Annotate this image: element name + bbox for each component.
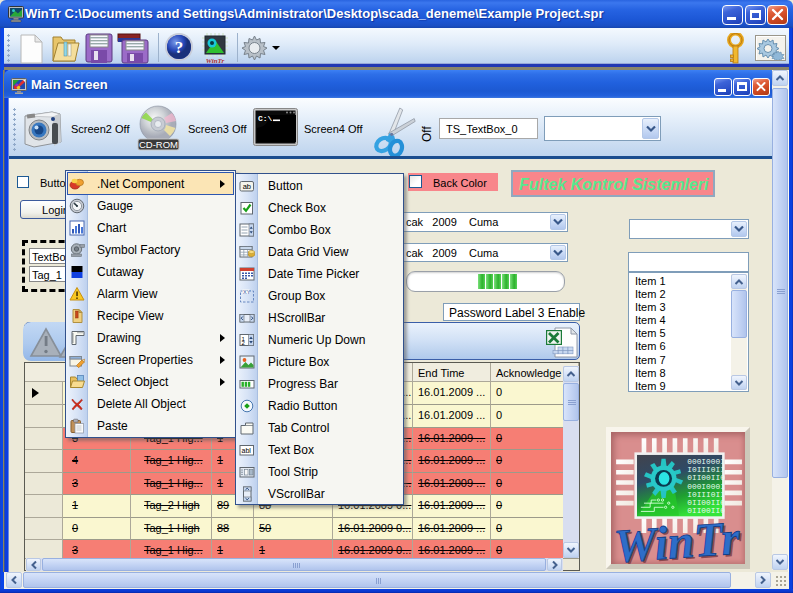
svg-text:WinTr: WinTr <box>612 511 741 564</box>
svg-text:XY: XY <box>243 289 251 295</box>
svg-text:ab: ab <box>243 182 251 191</box>
svg-text:abl: abl <box>242 447 252 454</box>
